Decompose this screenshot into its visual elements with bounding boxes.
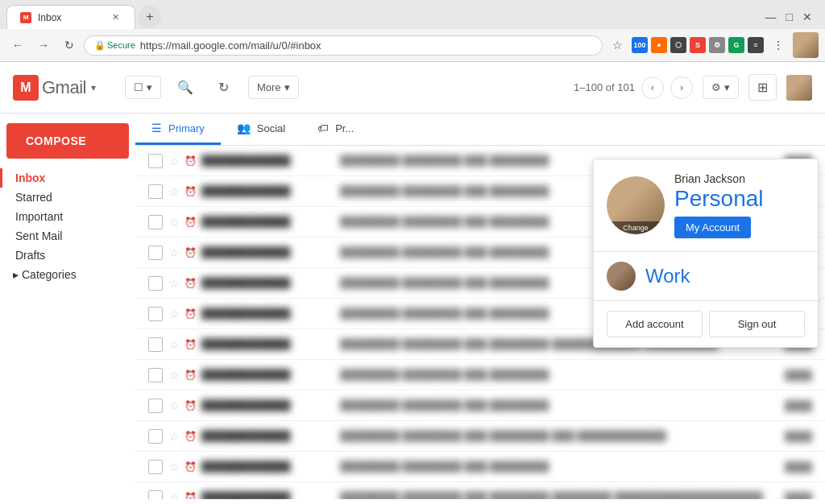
email-important-icon[interactable]: ⏰ (184, 278, 197, 289)
email-star-icon[interactable]: ☆ (169, 216, 180, 229)
user-avatar-header-button[interactable] (786, 75, 812, 101)
email-row[interactable]: ☆ ⏰ ████████████ ████████ ████████ ███ █… (135, 421, 825, 452)
close-button[interactable]: ✕ (802, 10, 812, 23)
refresh-button[interactable]: ↻ (209, 73, 238, 102)
reload-button[interactable]: ↻ (58, 34, 81, 56)
gmail-logo-dropdown[interactable]: ▾ (91, 82, 96, 93)
email-checkbox[interactable] (148, 460, 163, 474)
account-personal-label: Personal (674, 187, 805, 212)
gmail-app: M Gmail ▾ ☐ ▾ 🔍 ↻ More ▾ 1–100 of 101 ‹ … (0, 62, 825, 504)
email-important-icon[interactable]: ⏰ (184, 247, 197, 258)
sidebar-item-categories[interactable]: ▸ Categories (0, 265, 135, 284)
next-page-button[interactable]: › (670, 76, 693, 99)
sidebar-item-important[interactable]: Important (0, 207, 135, 226)
add-account-button[interactable]: Add account (607, 311, 703, 337)
email-checkbox[interactable] (148, 368, 163, 382)
email-content: ████████ ████████ ███ ████████ ████████ … (340, 491, 778, 499)
minimize-button[interactable]: — (765, 10, 777, 23)
email-star-icon[interactable]: ☆ (169, 461, 180, 473)
email-star-icon[interactable]: ☆ (169, 399, 180, 412)
email-star-icon[interactable]: ☆ (169, 491, 180, 500)
ext-icon-6[interactable]: G (728, 37, 744, 53)
email-checkbox[interactable] (148, 307, 163, 321)
email-row[interactable]: ☆ ⏰ ████████████ ████████ ████████ ███ █… (135, 482, 825, 499)
search-button[interactable]: 🔍 (171, 73, 200, 102)
email-checkbox[interactable] (148, 337, 163, 352)
ext-icon-1[interactable]: 100 (632, 37, 648, 53)
compose-button[interactable]: COMPOSE (6, 123, 129, 159)
primary-tab-label: Primary (168, 122, 205, 134)
browser-tab-gmail[interactable]: M Inbox ✕ (6, 5, 135, 29)
my-account-button[interactable]: My Account (674, 217, 751, 238)
email-star-icon[interactable]: ☆ (169, 430, 180, 443)
email-important-icon[interactable]: ⏰ (184, 339, 197, 350)
ext-icon-4[interactable]: S (690, 37, 706, 53)
new-tab-button[interactable]: + (139, 6, 161, 28)
email-star-icon[interactable]: ☆ (169, 277, 180, 290)
email-important-icon[interactable]: ⏰ (184, 217, 197, 228)
url-bar[interactable]: 🔒 Secure https://mail.google.com/mail/u/… (84, 35, 603, 56)
menu-icon[interactable]: ⋮ (767, 34, 790, 56)
email-star-icon[interactable]: ☆ (169, 185, 180, 198)
email-time: ████ (785, 461, 812, 473)
forward-button[interactable]: → (32, 34, 55, 56)
email-row[interactable]: ☆ ⏰ ████████████ ████████ ████████ ███ █… (135, 360, 825, 390)
more-button[interactable]: More ▾ (248, 76, 299, 99)
settings-button[interactable]: ⚙ ▾ (703, 76, 739, 99)
sidebar-item-drafts[interactable]: Drafts (0, 246, 135, 265)
email-checkbox[interactable] (148, 399, 163, 413)
email-important-icon[interactable]: ⏰ (184, 492, 197, 500)
email-important-icon[interactable]: ⏰ (184, 155, 197, 167)
email-star-icon[interactable]: ☆ (169, 246, 180, 259)
star-icon[interactable]: ☆ (606, 34, 628, 56)
email-important-icon[interactable]: ⏰ (184, 431, 197, 442)
email-important-icon[interactable]: ⏰ (184, 461, 197, 473)
email-checkbox[interactable] (148, 154, 163, 168)
maximize-button[interactable]: □ (786, 10, 793, 23)
email-star-icon[interactable]: ☆ (169, 369, 180, 382)
sidebar-item-starred[interactable]: Starred (0, 188, 135, 207)
account-work-label: Work (645, 265, 690, 287)
ext-icon-7[interactable]: ≡ (748, 37, 764, 53)
ext-icon-5[interactable]: ⚙ (709, 37, 725, 53)
email-checkbox[interactable] (148, 276, 163, 291)
sign-out-button[interactable]: Sign out (709, 311, 805, 337)
email-sender: ████████████ (201, 491, 330, 499)
email-star-icon[interactable]: ☆ (169, 338, 180, 351)
account-change-button[interactable]: Change (607, 221, 665, 234)
email-star-icon[interactable]: ☆ (169, 308, 180, 320)
sidebar-item-inbox[interactable]: Inbox (0, 168, 135, 188)
account-secondary-section[interactable]: Work (594, 252, 818, 301)
savebox-button[interactable]: ⊞ (748, 74, 777, 101)
email-checkbox[interactable] (148, 246, 163, 260)
email-checkbox[interactable] (148, 490, 163, 500)
email-row[interactable]: ☆ ⏰ ████████████ ████████ ████████ ███ █… (135, 390, 825, 421)
sidebar-item-sent[interactable]: Sent Mail (0, 226, 135, 246)
back-button[interactable]: ← (6, 34, 29, 56)
email-important-icon[interactable]: ⏰ (184, 400, 197, 411)
profile-ext-button[interactable] (793, 32, 819, 58)
email-important-icon[interactable]: ⏰ (184, 370, 197, 381)
promotions-tab-icon: 🏷 (317, 122, 329, 134)
gmail-favicon: M (20, 12, 31, 23)
email-sender: ████████████ (201, 155, 330, 167)
email-row[interactable]: ☆ ⏰ ████████████ ████████ ████████ ███ █… (135, 452, 825, 482)
email-checkbox[interactable] (148, 215, 163, 229)
checkbox-select-button[interactable]: ☐ ▾ (125, 76, 161, 99)
email-important-icon[interactable]: ⏰ (184, 186, 197, 197)
prev-page-button[interactable]: ‹ (641, 76, 664, 99)
email-sender: ████████████ (201, 277, 330, 289)
email-checkbox[interactable] (148, 429, 163, 444)
email-sender: ████████████ (201, 461, 330, 473)
ext-icon-3[interactable]: ⬡ (670, 37, 686, 53)
gmail-sidebar: COMPOSE Inbox Starred Important Sent Mai… (0, 114, 135, 504)
tab-promotions[interactable]: 🏷 Pr... (301, 114, 370, 145)
email-important-icon[interactable]: ⏰ (184, 308, 197, 320)
email-checkbox[interactable] (148, 184, 163, 199)
ext-icon-2[interactable]: ● (651, 37, 667, 53)
tab-social[interactable]: 👥 Social (221, 114, 301, 145)
tab-primary[interactable]: ☰ Primary (135, 114, 221, 145)
gmail-logo-icon: M (13, 75, 39, 101)
email-star-icon[interactable]: ☆ (169, 155, 180, 167)
tab-close-button[interactable]: ✕ (109, 11, 122, 24)
